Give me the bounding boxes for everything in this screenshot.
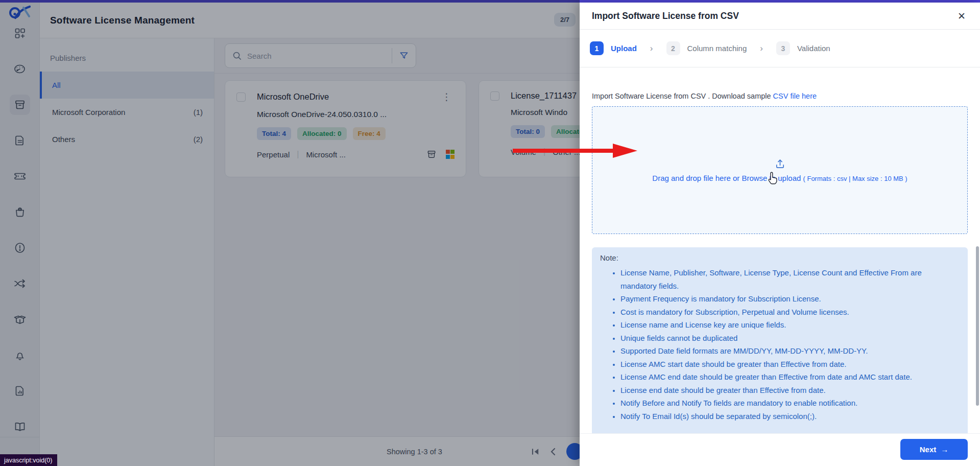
modal-backdrop[interactable]: [0, 0, 580, 466]
arrow-right-icon: →: [941, 445, 948, 454]
page: Software License Management 2/7 Publishe…: [0, 0, 980, 466]
modal-body: Import Software License from CSV . Downl…: [580, 67, 980, 433]
step-column-matching[interactable]: 2 Column matching: [666, 41, 747, 55]
close-icon[interactable]: ✕: [955, 9, 968, 23]
file-dropzone[interactable]: Drag and drop file here or Browse to upl…: [592, 106, 968, 234]
step-label: Column matching: [687, 44, 747, 53]
note-item: License AMC start date should be greater…: [620, 358, 960, 371]
step-validation[interactable]: 3 Validation: [776, 41, 830, 55]
step-number: 1: [590, 41, 604, 55]
step-number: 3: [776, 41, 790, 55]
modal-footer: Next →: [580, 433, 980, 466]
next-button[interactable]: Next →: [900, 439, 968, 460]
dropzone-text: Drag and drop file here or Browse to upl…: [652, 174, 907, 182]
scrollbar-thumb[interactable]: [976, 246, 979, 406]
next-label: Next: [920, 445, 937, 454]
chevron-right-icon: ›: [760, 43, 763, 54]
import-csv-modal: Import Software License from CSV ✕ 1 Upl…: [580, 3, 980, 466]
import-instructions: Import Software License from CSV . Downl…: [592, 92, 968, 100]
annotation-arrow-icon: [512, 142, 639, 159]
note-panel: Note: License Name, Publisher, Software,…: [592, 247, 968, 433]
note-item: Supported Date field formats are MM/DD/Y…: [620, 344, 960, 358]
note-list: License Name, Publisher, Software, Licen…: [600, 266, 960, 423]
modal-header: Import Software License from CSV ✕: [580, 3, 980, 30]
note-item: License name and License key are unique …: [620, 318, 960, 332]
step-label: Validation: [797, 44, 830, 53]
step-label: Upload: [611, 44, 637, 53]
instruction-text: Import Software License from CSV . Downl…: [592, 92, 771, 100]
modal-title: Import Software License from CSV: [592, 11, 739, 21]
sample-csv-link[interactable]: CSV file here: [773, 92, 817, 100]
step-number: 2: [666, 41, 680, 55]
note-item: License end date should be greater than …: [620, 384, 960, 397]
note-item: Payment Frequency is mandatory for Subsc…: [620, 292, 960, 306]
note-item: Notify To Email Id(s) should be separate…: [620, 410, 960, 423]
note-item: License Name, Publisher, Software, Licen…: [620, 266, 960, 292]
note-item: Unique fields cannot be duplicated: [620, 332, 960, 345]
note-item: Cost is mandatory for Subscription, Perp…: [620, 306, 960, 319]
hand-cursor-icon: [766, 171, 779, 186]
chevron-right-icon: ›: [650, 43, 653, 54]
note-item: Notify Before and Notify To fields are m…: [620, 397, 960, 410]
status-bar-link-preview: javascript:void(0): [0, 454, 57, 466]
upload-icon: [774, 158, 786, 170]
dropzone-hint: ( Formats : csv | Max size : 10 MB ): [803, 175, 907, 182]
note-item: License AMC end date should be greater t…: [620, 370, 960, 384]
stepper: 1 Upload › 2 Column matching › 3 Validat…: [580, 30, 980, 67]
note-title: Note:: [600, 253, 960, 262]
step-upload[interactable]: 1 Upload: [590, 41, 637, 55]
